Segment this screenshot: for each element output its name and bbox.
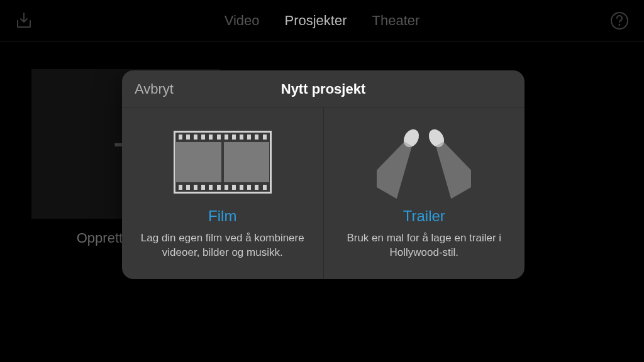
modal-body: Film Lag din egen film ved å kombinere v… <box>122 108 525 279</box>
option-movie[interactable]: Film Lag din egen film ved å kombinere v… <box>122 108 323 279</box>
tab-projects[interactable]: Prosjekter <box>285 13 347 29</box>
help-icon[interactable] <box>610 11 629 30</box>
svg-point-1 <box>619 24 621 26</box>
option-movie-desc: Lag din egen film ved å kombinere videoe… <box>137 231 308 260</box>
tab-video[interactable]: Video <box>225 13 260 29</box>
svg-marker-3 <box>377 135 423 199</box>
import-icon[interactable] <box>15 12 33 30</box>
top-tabs: Video Prosjekter Theater <box>225 13 420 29</box>
filmstrip-icon <box>174 124 272 200</box>
modal-header: Avbryt Nytt prosjekt <box>122 70 525 108</box>
top-bar: Video Prosjekter Theater <box>0 0 644 41</box>
tab-theater[interactable]: Theater <box>372 13 420 29</box>
option-movie-title: Film <box>208 207 236 225</box>
option-trailer-title: Trailer <box>403 207 445 225</box>
modal-title: Nytt prosjekt <box>281 81 365 97</box>
option-trailer-desc: Bruk en mal for å lage en trailer i Holl… <box>339 231 510 260</box>
svg-marker-5 <box>425 135 471 199</box>
option-trailer[interactable]: Trailer Bruk en mal for å lage en traile… <box>323 108 525 279</box>
cancel-button[interactable]: Avbryt <box>135 81 174 97</box>
spotlights-icon <box>377 124 471 200</box>
new-project-modal: Avbryt Nytt prosjekt Film Lag din egen f… <box>122 70 525 279</box>
